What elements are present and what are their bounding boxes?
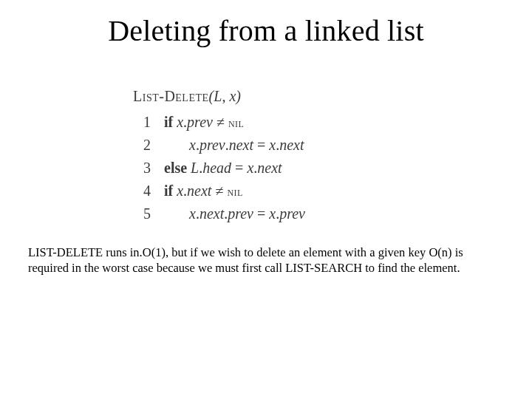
line-content: else L.head = x.next xyxy=(164,157,282,180)
var: x xyxy=(177,183,183,199)
nil: nil xyxy=(227,185,243,199)
algo-line-4: 4 if x.next ≠ nil xyxy=(133,180,305,202)
line-number: 3 xyxy=(133,157,151,180)
algo-line-3: 3 else L.head = x.next xyxy=(133,157,305,180)
field: prev xyxy=(228,205,253,222)
field: head xyxy=(202,160,231,176)
footnote-text: LIST-DELETE runs in.O(1), but if we wish… xyxy=(28,245,499,276)
line-number: 4 xyxy=(133,180,151,202)
line-number: 5 xyxy=(133,202,151,225)
kw-else: else xyxy=(164,160,187,176)
line-content: x.next.prev = x.prev xyxy=(164,202,305,225)
field: next xyxy=(200,205,224,222)
var: x xyxy=(247,160,253,176)
algorithm-block: List-Delete(L, x) 1 if x.prev ≠ nil 2 x.… xyxy=(133,85,305,225)
op-eq: = xyxy=(231,160,247,176)
field: next xyxy=(229,137,253,153)
var: x xyxy=(269,205,276,222)
var: L xyxy=(191,160,199,176)
algorithm-args: (L, x) xyxy=(209,88,241,104)
op-neq: ≠ xyxy=(211,183,227,199)
line-content: if x.prev ≠ nil xyxy=(164,111,244,134)
algorithm-name: List-Delete xyxy=(133,88,209,104)
line-content: if x.next ≠ nil xyxy=(164,180,243,202)
line-content: x.prev.next = x.next xyxy=(164,134,304,157)
op-eq: = xyxy=(253,205,269,222)
var: x xyxy=(189,205,196,222)
field: prev xyxy=(187,114,213,130)
field: next xyxy=(257,160,282,176)
kw-if: if xyxy=(164,183,173,199)
op-neq: ≠ xyxy=(213,114,228,130)
field: next xyxy=(187,183,211,199)
nil: nil xyxy=(228,116,245,130)
var: x xyxy=(269,137,276,153)
field: next xyxy=(279,137,304,153)
line-number: 2 xyxy=(133,134,151,157)
var: x xyxy=(189,137,196,153)
kw-if: if xyxy=(164,114,173,130)
algo-line-1: 1 if x.prev ≠ nil xyxy=(133,111,305,134)
field: prev xyxy=(279,205,305,222)
line-number: 1 xyxy=(133,111,151,134)
field: prev xyxy=(200,137,225,153)
var: x xyxy=(177,114,183,130)
op-eq: = xyxy=(253,137,269,153)
algorithm-header: List-Delete(L, x) xyxy=(133,85,305,108)
algo-line-2: 2 x.prev.next = x.next xyxy=(133,134,305,157)
algo-line-5: 5 x.next.prev = x.prev xyxy=(133,202,305,225)
slide-title: Deleting from a linked list xyxy=(0,0,532,48)
slide: Deleting from a linked list List-Delete(… xyxy=(0,0,532,399)
